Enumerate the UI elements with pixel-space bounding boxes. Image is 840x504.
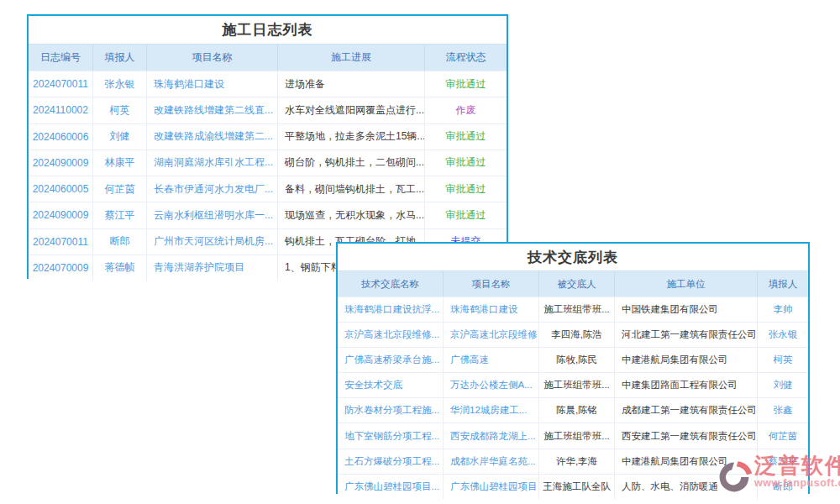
cell-reporter[interactable]: 何芷茵 <box>758 423 808 448</box>
cell-id[interactable]: 2024070011 <box>29 229 93 255</box>
tech-disclosure-table: 技术交底名称项目名称被交底人施工单位填报人珠海鹤港口建设抗浮...珠海鹤港口建设… <box>338 270 808 499</box>
cell-reporter[interactable]: 断郎 <box>93 229 147 255</box>
cell-reporter[interactable]: 李帅 <box>758 297 808 322</box>
cell-progress: 进场准备 <box>278 71 425 97</box>
column-header-project: 项目名称 <box>444 270 539 297</box>
cell-id[interactable]: 2024060006 <box>29 124 93 150</box>
cell-progress: 砌台阶，钩机排土，二包砌间... <box>278 150 425 176</box>
table-header-row: 技术交底名称项目名称被交底人施工单位填报人 <box>338 270 808 297</box>
table-row[interactable]: 防水卷材分项工程施...华润12城房建工...陈晨,陈铭成都建工第一建筑有限责任… <box>338 397 808 423</box>
cell-reporter[interactable]: 蔡江平 <box>93 202 147 228</box>
cell-company: 中建集团路面工程有限公司 <box>615 373 758 397</box>
cell-project[interactable]: 珠海鹤港口建设 <box>147 71 278 97</box>
cell-project[interactable]: 京沪高速北京段维修 <box>444 323 539 347</box>
cell-project[interactable]: 广佛高速 <box>444 348 539 372</box>
cell-persons: 陈牧,陈民 <box>539 348 615 372</box>
column-header-reporter: 填报人 <box>758 270 808 297</box>
cell-name[interactable]: 防水卷材分项工程施... <box>338 398 444 423</box>
table-header-row: 日志编号填报人项目名称施工进展流程状态 <box>29 44 507 71</box>
tech-disclosure-title: 技术交底列表 <box>338 244 808 270</box>
cell-name[interactable]: 广东佛山碧桂园项目... <box>338 475 444 499</box>
cell-name[interactable]: 土石方爆破分项工程... <box>338 449 444 474</box>
cell-progress: 现场巡查，无积水现象，水马... <box>278 202 425 228</box>
cell-reporter[interactable]: 张鑫 <box>758 398 808 423</box>
tech-disclosure-panel: 技术交底列表 技术交底名称项目名称被交底人施工单位填报人珠海鹤港口建设抗浮...… <box>336 242 810 494</box>
cell-name[interactable]: 珠海鹤港口建设抗浮... <box>338 297 444 322</box>
cell-company: 河北建工第一建筑有限责任公司 <box>615 323 758 347</box>
column-header-status: 流程状态 <box>425 44 507 71</box>
cell-company: 中建港航局集团有限公司 <box>615 348 758 372</box>
cell-name[interactable]: 广佛高速桥梁承台施... <box>338 348 444 372</box>
cell-company: 西安建工第一建筑有限责任公司 <box>615 423 758 448</box>
cell-reporter[interactable]: 断郎 <box>758 475 808 499</box>
cell-company: 中建港航局集团有限公司 <box>615 449 758 474</box>
cell-reporter[interactable]: 柯英 <box>93 97 147 123</box>
column-header-progress: 施工进展 <box>278 44 425 71</box>
cell-status: 审批通过 <box>425 124 507 150</box>
cell-company: 人防、水电、消防暖通 <box>615 475 758 499</box>
cell-id[interactable]: 2024060005 <box>29 176 93 202</box>
cell-project[interactable]: 湖南洞庭湖水库引水工程... <box>147 150 278 176</box>
cell-status: 作废 <box>425 97 507 123</box>
cell-reporter[interactable]: 张永银 <box>758 323 808 347</box>
cell-reporter[interactable]: 蔡江平 <box>758 449 808 474</box>
cell-project[interactable]: 改建铁路成渝线增建第二... <box>147 124 278 150</box>
cell-persons: 施工班组带班... <box>539 423 615 448</box>
cell-persons: 施工班组带班... <box>539 297 615 322</box>
cell-project[interactable]: 广州市天河区统计局机房... <box>147 229 278 255</box>
cell-reporter[interactable]: 蒋德帧 <box>93 255 147 281</box>
cell-project[interactable]: 万达办公楼左侧A... <box>444 373 539 397</box>
cell-status: 审批通过 <box>425 202 507 228</box>
cell-persons: 陈晨,陈铭 <box>539 398 615 423</box>
column-header-name: 技术交底名称 <box>338 270 444 297</box>
table-row[interactable]: 2024060005何芷茵长春市伊通河水力发电厂...备料，砌间墙钩机排土，瓦工… <box>29 176 507 202</box>
cell-project[interactable]: 云南水利枢纽潜明水库一... <box>147 202 278 228</box>
column-header-persons: 被交底人 <box>539 270 615 297</box>
cell-persons: 许华,李海 <box>539 449 615 474</box>
table-row[interactable]: 广东佛山碧桂园项目...广东佛山碧桂园项目王海施工队全队人防、水电、消防暖通断郎 <box>338 474 808 499</box>
table-row[interactable]: 2024070011张永银珠海鹤港口建设进场准备审批通过 <box>29 71 507 97</box>
column-header-id: 日志编号 <box>29 44 93 71</box>
cell-id[interactable]: 2024090009 <box>29 150 93 176</box>
cell-project[interactable]: 广东佛山碧桂园项目 <box>444 475 539 499</box>
table-row[interactable]: 2024090009林康平湖南洞庭湖水库引水工程...砌台阶，钩机排土，二包砌间… <box>29 150 507 176</box>
cell-status: 审批通过 <box>425 150 507 176</box>
cell-project[interactable]: 成都水岸华庭名苑... <box>444 449 539 474</box>
cell-company: 成都建工第一建筑有限责任公司 <box>615 398 758 423</box>
cell-progress: 平整场地，拉走多余泥土15辆... <box>278 124 425 150</box>
cell-id[interactable]: 2024070009 <box>29 255 93 281</box>
cell-project[interactable]: 华润12城房建工... <box>444 398 539 423</box>
table-row[interactable]: 安全技术交底万达办公楼左侧A...施工班组带班...中建集团路面工程有限公司刘健 <box>338 372 808 397</box>
cell-reporter[interactable]: 何芷茵 <box>93 176 147 202</box>
table-row[interactable]: 2024090009蔡江平云南水利枢纽潜明水库一...现场巡查，无积水现象，水马… <box>29 202 507 228</box>
cell-reporter[interactable]: 柯英 <box>758 348 808 372</box>
cell-id[interactable]: 2024070011 <box>29 71 93 97</box>
cell-reporter[interactable]: 林康平 <box>93 150 147 176</box>
cell-project[interactable]: 长春市伊通河水力发电厂... <box>147 176 278 202</box>
cell-reporter[interactable]: 刘健 <box>758 373 808 397</box>
table-row[interactable]: 广佛高速桥梁承台施...广佛高速陈牧,陈民中建港航局集团有限公司柯英 <box>338 347 808 372</box>
cell-project[interactable]: 西安成都路龙湖上... <box>444 423 539 448</box>
cell-name[interactable]: 安全技术交底 <box>338 373 444 397</box>
table-row[interactable]: 土石方爆破分项工程...成都水岸华庭名苑...许华,李海中建港航局集团有限公司蔡… <box>338 449 808 474</box>
cell-id[interactable]: 2024110002 <box>29 97 93 123</box>
cell-project[interactable]: 珠海鹤港口建设 <box>444 297 539 322</box>
table-row[interactable]: 地下室钢筋分项工程...西安成都路龙湖上...施工班组带班...西安建工第一建筑… <box>338 423 808 448</box>
table-row[interactable]: 2024060006刘健改建铁路成渝线增建第二...平整场地，拉走多余泥土15辆… <box>29 123 507 150</box>
table-row[interactable]: 京沪高速北京段维修...京沪高速北京段维修李四海,陈浩河北建工第一建筑有限责任公… <box>338 322 808 347</box>
cell-persons: 李四海,陈浩 <box>539 323 615 347</box>
cell-name[interactable]: 地下室钢筋分项工程... <box>338 423 444 448</box>
table-row[interactable]: 珠海鹤港口建设抗浮...珠海鹤港口建设施工班组带班...中国铁建集团有限公司李帅 <box>338 297 808 322</box>
cell-project[interactable]: 青海洪湖养护院项目 <box>147 255 278 281</box>
cell-persons: 王海施工队全队 <box>539 475 615 499</box>
table-row[interactable]: 2024110002柯英改建铁路线增建第二线直...水车对全线遮阳网覆盖点进行.… <box>29 97 507 123</box>
cell-reporter[interactable]: 张永银 <box>93 71 147 97</box>
construction-log-title: 施工日志列表 <box>29 16 507 44</box>
cell-status: 审批通过 <box>425 71 507 97</box>
cell-id[interactable]: 2024090009 <box>29 202 93 228</box>
cell-project[interactable]: 改建铁路线增建第二线直... <box>147 97 278 123</box>
cell-name[interactable]: 京沪高速北京段维修... <box>338 323 444 347</box>
cell-reporter[interactable]: 刘健 <box>93 124 147 150</box>
column-header-company: 施工单位 <box>615 270 758 297</box>
construction-log-panel: 施工日志列表 日志编号填报人项目名称施工进展流程状态2024070011张永银珠… <box>27 14 508 279</box>
